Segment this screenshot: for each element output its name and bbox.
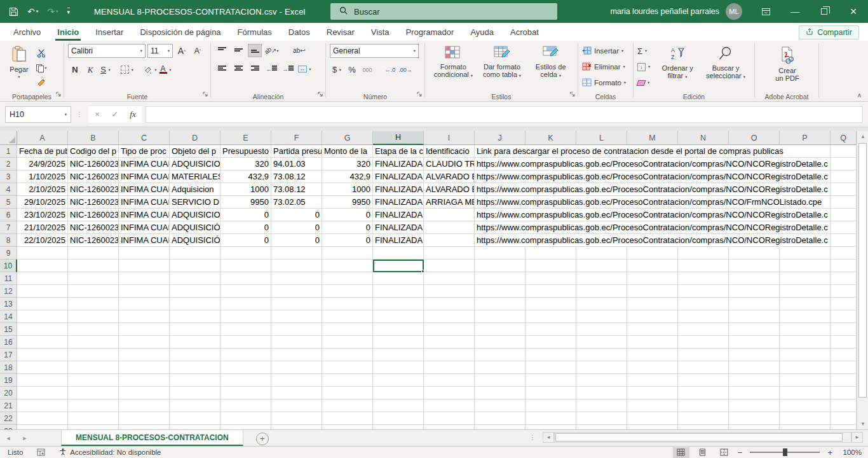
cell-H11[interactable] xyxy=(373,272,424,285)
cell-L23[interactable] xyxy=(576,425,627,429)
cell-A15[interactable] xyxy=(17,323,68,336)
cell-Q20[interactable] xyxy=(831,387,857,399)
increase-indent-icon[interactable]: → xyxy=(281,62,295,76)
cell-C4[interactable]: INFIMA CUAN xyxy=(119,183,170,196)
accessibility-status[interactable]: Accesibilidad: No disponible xyxy=(59,448,161,457)
italic-button[interactable]: K xyxy=(83,63,97,76)
cell-B15[interactable] xyxy=(68,323,119,336)
cell-I12[interactable] xyxy=(424,285,475,298)
cell-I16[interactable] xyxy=(424,336,475,349)
cell-I6[interactable] xyxy=(424,209,475,221)
cell-P13[interactable] xyxy=(780,298,831,310)
format-painter-icon[interactable] xyxy=(34,76,48,89)
cell-C16[interactable] xyxy=(119,336,170,349)
row-header-19[interactable]: 19 xyxy=(0,374,17,387)
sort-filter-button[interactable]: AZ Ordenar yfiltrar ▾ xyxy=(655,44,700,94)
cell-J18[interactable] xyxy=(475,361,526,374)
cell-M9[interactable] xyxy=(627,247,678,260)
tab-datos[interactable]: Datos xyxy=(280,23,318,41)
cell-H5[interactable]: FINALIZADA xyxy=(373,196,424,209)
cell-E4[interactable]: 1000 xyxy=(220,183,271,196)
cell-B17[interactable] xyxy=(68,349,119,361)
conditional-formatting-button[interactable]: Formatocondicional ▾ xyxy=(429,44,478,94)
cell-J13[interactable] xyxy=(475,298,526,310)
cell-O19[interactable] xyxy=(729,374,780,387)
cell-A18[interactable] xyxy=(17,361,68,374)
cell-J17[interactable] xyxy=(475,349,526,361)
cell-F11[interactable] xyxy=(271,272,322,285)
cell-L15[interactable] xyxy=(576,323,627,336)
cell-I2[interactable]: CLAUDIO TRU xyxy=(424,158,475,170)
cell-A22[interactable] xyxy=(17,412,68,425)
cell-C13[interactable] xyxy=(119,298,170,310)
cut-icon[interactable] xyxy=(34,46,48,60)
format-as-table-button[interactable]: Dar formatocomo tabla ▾ xyxy=(478,44,527,94)
cell-F23[interactable] xyxy=(271,425,322,429)
horizontal-scroll-thumb[interactable] xyxy=(555,433,843,441)
cell-D20[interactable] xyxy=(170,387,220,399)
number-format-combo[interactable]: General▾ xyxy=(330,44,419,58)
cell-G6[interactable]: 0 xyxy=(322,209,373,221)
cell-D13[interactable] xyxy=(170,298,220,310)
cell-H12[interactable] xyxy=(373,285,424,298)
column-header-I[interactable]: I xyxy=(424,131,475,145)
cell-E19[interactable] xyxy=(220,374,271,387)
clear-button[interactable]: ▾ xyxy=(637,76,650,90)
cell-K21[interactable] xyxy=(526,399,576,412)
cell-G8[interactable]: 0 xyxy=(322,234,373,247)
cell-G23[interactable] xyxy=(322,425,373,429)
cell-O17[interactable] xyxy=(729,349,780,361)
column-header-Q[interactable]: Q xyxy=(831,131,857,145)
cell-D15[interactable] xyxy=(170,323,220,336)
normal-view-icon[interactable] xyxy=(673,447,689,458)
shrink-font-icon[interactable]: Aˇ xyxy=(191,45,205,58)
row-header-12[interactable]: 12 xyxy=(0,285,17,298)
cell-H3[interactable]: FINALIZADA xyxy=(373,170,424,183)
cell-H10[interactable] xyxy=(373,260,424,272)
cell-B3[interactable]: NIC-1260023 xyxy=(68,170,119,183)
cell-J14[interactable] xyxy=(475,310,526,323)
cell-M19[interactable] xyxy=(627,374,678,387)
cell-I4[interactable]: ALVARADO E xyxy=(424,183,475,196)
cell-J2[interactable]: https://www.compraspublicas.gob.ec/Proce… xyxy=(475,158,526,170)
cell-I13[interactable] xyxy=(424,298,475,310)
cell-H1[interactable]: Etapa de la c xyxy=(373,145,424,158)
enter-formula-icon[interactable]: ✓ xyxy=(106,106,124,123)
cell-E23[interactable] xyxy=(220,425,271,429)
cell-E2[interactable]: 320 xyxy=(220,158,271,170)
styles-dialog-launcher-icon[interactable] xyxy=(570,88,576,100)
cell-O9[interactable] xyxy=(729,247,780,260)
row-header-5[interactable]: 5 xyxy=(0,196,17,209)
column-header-F[interactable]: F xyxy=(271,131,322,145)
row-header-20[interactable]: 20 xyxy=(0,387,17,399)
cell-O11[interactable] xyxy=(729,272,780,285)
cell-Q21[interactable] xyxy=(831,399,857,412)
cell-B9[interactable] xyxy=(68,247,119,260)
cell-H4[interactable]: FINALIZADA xyxy=(373,183,424,196)
cell-J20[interactable] xyxy=(475,387,526,399)
cell-K23[interactable] xyxy=(526,425,576,429)
cell-F10[interactable] xyxy=(271,260,322,272)
cell-B12[interactable] xyxy=(68,285,119,298)
cell-E12[interactable] xyxy=(220,285,271,298)
save-icon[interactable] xyxy=(9,7,18,17)
cell-G21[interactable] xyxy=(322,399,373,412)
cell-E15[interactable] xyxy=(220,323,271,336)
cell-A5[interactable]: 29/10/2025 xyxy=(17,196,68,209)
page-break-view-icon[interactable] xyxy=(716,447,733,458)
cell-K22[interactable] xyxy=(526,412,576,425)
increase-decimal-icon[interactable]: ←.0 xyxy=(383,63,397,76)
select-all-corner[interactable] xyxy=(0,131,17,145)
formula-input[interactable] xyxy=(146,106,863,123)
cell-P1[interactable] xyxy=(780,145,831,158)
cell-H18[interactable] xyxy=(373,361,424,374)
cell-B22[interactable] xyxy=(68,412,119,425)
cell-L12[interactable] xyxy=(576,285,627,298)
cell-F7[interactable]: 0 xyxy=(271,221,322,234)
cell-H6[interactable]: FINALIZADA xyxy=(373,209,424,221)
cell-C6[interactable]: INFIMA CUAN xyxy=(119,209,170,221)
cell-O22[interactable] xyxy=(729,412,780,425)
cell-E16[interactable] xyxy=(220,336,271,349)
bold-button[interactable]: N xyxy=(68,63,82,76)
row-header-1[interactable]: 1 xyxy=(0,145,17,158)
